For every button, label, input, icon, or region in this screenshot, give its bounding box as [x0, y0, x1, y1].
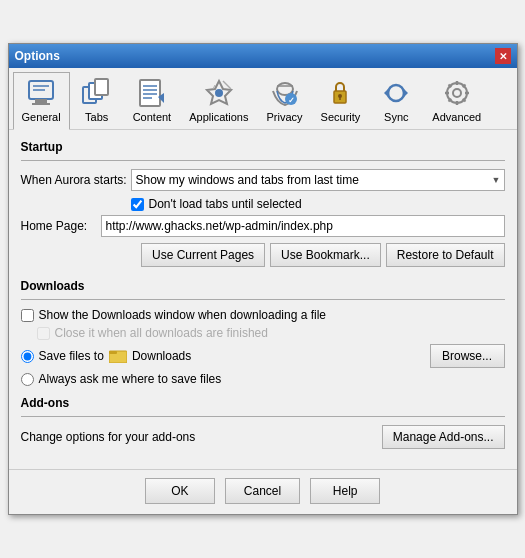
- tabs-icon: [81, 77, 113, 109]
- options-window: Options ✕ General: [8, 43, 518, 515]
- home-page-input[interactable]: [101, 215, 505, 237]
- startup-title: Startup: [21, 140, 505, 154]
- save-files-label: Save files to: [39, 349, 104, 363]
- security-icon: [324, 77, 356, 109]
- use-bookmark-button[interactable]: Use Bookmark...: [270, 243, 381, 267]
- close-button[interactable]: ✕: [495, 48, 511, 64]
- tab-tabs[interactable]: Tabs: [70, 72, 124, 129]
- advanced-icon: [441, 77, 473, 109]
- addons-title: Add-ons: [21, 396, 505, 410]
- show-downloads-checkbox[interactable]: [21, 309, 34, 322]
- tab-privacy-label: Privacy: [267, 111, 303, 123]
- startup-dropdown[interactable]: Show my windows and tabs from last time …: [131, 169, 505, 191]
- tab-applications-label: Applications: [189, 111, 248, 123]
- tab-applications[interactable]: Applications: [180, 72, 257, 129]
- startup-dropdown-wrapper: Show my windows and tabs from last time …: [131, 169, 505, 191]
- svg-rect-7: [95, 79, 108, 95]
- downloads-title: Downloads: [21, 279, 505, 293]
- sync-icon: [380, 77, 412, 109]
- save-files-row: Save files to Downloads Browse...: [21, 344, 505, 368]
- dont-load-tabs-label: Don't load tabs until selected: [149, 197, 302, 211]
- tab-advanced[interactable]: Advanced: [423, 72, 490, 129]
- svg-marker-24: [384, 89, 388, 97]
- close-downloads-row: Close it when all downloads are finished: [37, 326, 505, 340]
- window-title: Options: [15, 49, 60, 63]
- home-page-label: Home Page:: [21, 219, 101, 233]
- startup-form-row: When Aurora starts: Show my windows and …: [21, 169, 505, 191]
- tab-privacy[interactable]: ✓ Privacy: [258, 72, 312, 129]
- downloads-section: Downloads Show the Downloads window when…: [21, 279, 505, 386]
- save-folder-name: Downloads: [132, 349, 191, 363]
- svg-point-15: [215, 89, 223, 97]
- tab-security-label: Security: [321, 111, 361, 123]
- svg-rect-2: [32, 103, 50, 105]
- when-label: When Aurora starts:: [21, 173, 131, 187]
- startup-section: Startup When Aurora starts: Show my wind…: [21, 140, 505, 267]
- tab-content[interactable]: Content: [124, 72, 181, 129]
- tab-bar: General Tabs: [9, 68, 517, 130]
- tab-advanced-label: Advanced: [432, 111, 481, 123]
- restore-to-default-button[interactable]: Restore to Default: [386, 243, 505, 267]
- svg-rect-1: [35, 99, 47, 103]
- bottom-button-bar: OK Cancel Help: [9, 469, 517, 514]
- always-ask-row: Always ask me where to save files: [21, 372, 505, 386]
- startup-button-row: Use Current Pages Use Bookmark... Restor…: [21, 243, 505, 267]
- addons-section: Add-ons Change options for your add-ons …: [21, 396, 505, 449]
- addons-row: Change options for your add-ons Manage A…: [21, 425, 505, 449]
- title-bar: Options ✕: [9, 44, 517, 68]
- cancel-button[interactable]: Cancel: [225, 478, 300, 504]
- browse-button[interactable]: Browse...: [430, 344, 505, 368]
- tab-security[interactable]: Security: [312, 72, 370, 129]
- svg-point-26: [453, 89, 461, 97]
- show-downloads-label: Show the Downloads window when downloadi…: [39, 308, 327, 322]
- dont-load-tabs-row: Don't load tabs until selected: [131, 197, 505, 211]
- privacy-icon: ✓: [269, 77, 301, 109]
- tab-sync-label: Sync: [384, 111, 408, 123]
- tab-general-label: General: [22, 111, 61, 123]
- manage-addons-button[interactable]: Manage Add-ons...: [382, 425, 505, 449]
- folder-icon: [109, 347, 127, 366]
- save-files-radio[interactable]: [21, 350, 34, 363]
- always-ask-label: Always ask me where to save files: [39, 372, 222, 386]
- svg-rect-36: [109, 351, 117, 354]
- svg-text:✓: ✓: [287, 96, 294, 105]
- close-downloads-label: Close it when all downloads are finished: [55, 326, 268, 340]
- always-ask-radio[interactable]: [21, 373, 34, 386]
- help-button[interactable]: Help: [310, 478, 380, 504]
- ok-button[interactable]: OK: [145, 478, 215, 504]
- tab-content-label: Content: [133, 111, 172, 123]
- tab-sync[interactable]: Sync: [369, 72, 423, 129]
- save-files-left: Save files to Downloads: [21, 347, 192, 366]
- use-current-pages-button[interactable]: Use Current Pages: [141, 243, 265, 267]
- content-area: Startup When Aurora starts: Show my wind…: [9, 130, 517, 469]
- applications-icon: [203, 77, 235, 109]
- addons-description: Change options for your add-ons: [21, 430, 196, 444]
- tab-general[interactable]: General: [13, 72, 70, 130]
- svg-rect-8: [140, 80, 160, 106]
- home-page-row: Home Page:: [21, 215, 505, 237]
- tab-tabs-label: Tabs: [85, 111, 108, 123]
- content-icon: [136, 77, 168, 109]
- general-icon: [25, 77, 57, 109]
- dont-load-tabs-checkbox[interactable]: [131, 198, 144, 211]
- close-downloads-checkbox[interactable]: [37, 327, 50, 340]
- show-downloads-row: Show the Downloads window when downloadi…: [21, 308, 505, 322]
